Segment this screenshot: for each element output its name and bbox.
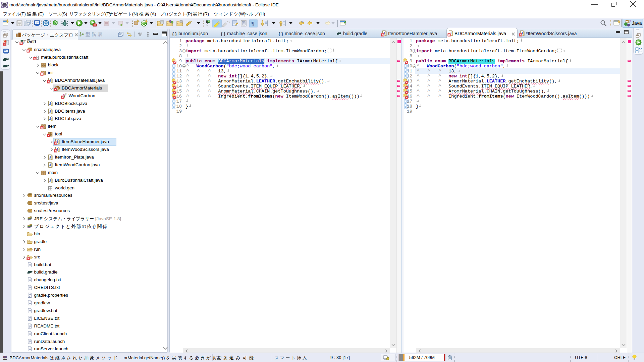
svg-text:¶: ¶ (251, 20, 254, 27)
svg-text:C: C (208, 20, 210, 23)
svg-text:J: J (629, 20, 631, 23)
